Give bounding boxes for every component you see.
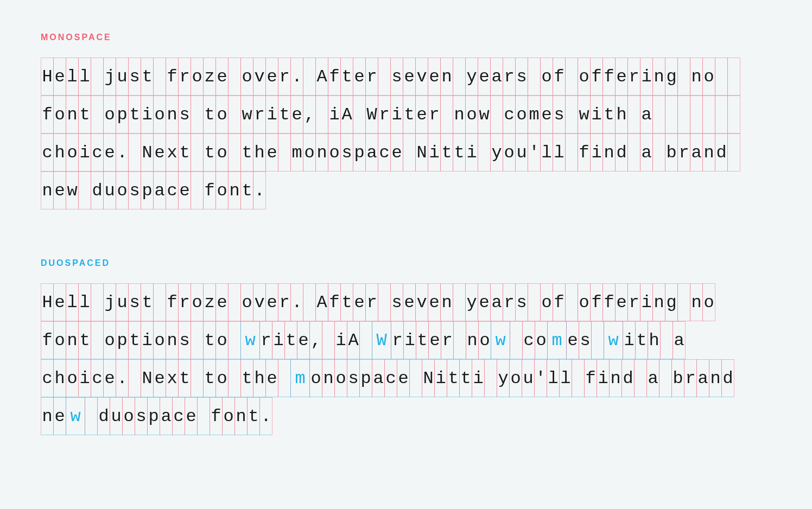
char-cell: u (515, 133, 528, 171)
char-cell: . (290, 283, 303, 321)
char-cell: t (284, 321, 297, 359)
char-cell: o (103, 96, 116, 133)
char-cell: v (415, 283, 428, 321)
char-cell: n (652, 58, 665, 96)
char-cell (702, 96, 715, 133)
char-cell: t (203, 359, 216, 397)
char-cell: s (390, 283, 403, 321)
char-cell: , (303, 96, 316, 133)
char-cell (303, 58, 316, 96)
char-cell: e (290, 96, 303, 133)
char-cell: e (153, 133, 166, 171)
char-cell: e (53, 58, 66, 96)
char-cell: p (116, 321, 129, 359)
char-cell: A (315, 283, 328, 321)
char-cell: i (465, 133, 478, 171)
char-cell (191, 171, 204, 209)
char-cell: i (265, 96, 278, 133)
char-cell (191, 321, 204, 359)
char-cell: e (403, 58, 416, 96)
char-cell: i (623, 321, 636, 359)
char-cell: f (328, 58, 341, 96)
char-cell: m (528, 96, 541, 133)
char-cell: A (315, 58, 328, 96)
char-cell: e (428, 321, 441, 359)
char-cell (659, 359, 672, 397)
duospace-wide-cell: m (547, 321, 567, 359)
char-cell: e (153, 359, 166, 397)
char-cell: j (103, 58, 116, 96)
char-cell: e (540, 96, 553, 133)
duospace-line: choice. Next to the monospace Nitti you'… (41, 359, 771, 397)
char-cell (78, 171, 91, 209)
char-cell (453, 58, 466, 96)
char-cell (453, 321, 466, 359)
char-cell: n (228, 171, 241, 209)
char-cell: e (215, 58, 229, 96)
char-cell: s (128, 58, 141, 96)
char-cell: s (515, 58, 528, 96)
char-cell: t (178, 359, 191, 397)
char-cell: t (240, 359, 253, 397)
duospaced-label: DUOSPACED (41, 258, 771, 268)
char-cell: n (702, 133, 715, 171)
char-cell: z (203, 283, 216, 321)
char-cell (378, 58, 391, 96)
char-cell: h (253, 359, 266, 397)
char-cell: o (66, 359, 79, 397)
char-cell: f (590, 283, 603, 321)
char-cell: e (53, 171, 66, 209)
char-cell: h (253, 133, 266, 171)
char-cell: w (578, 96, 591, 133)
char-cell: t (602, 96, 616, 133)
char-cell: r (503, 58, 516, 96)
char-cell: d (721, 359, 734, 397)
char-cell: e (428, 283, 441, 321)
char-cell: N (415, 133, 428, 171)
char-cell: r (503, 283, 516, 321)
char-cell: c (384, 359, 397, 397)
char-cell: d (715, 133, 728, 171)
char-cell: e (428, 58, 441, 96)
char-cell: a (153, 171, 166, 209)
char-cell: n (41, 397, 54, 435)
char-cell: t (78, 321, 91, 359)
char-cell (565, 58, 578, 96)
char-cell (191, 133, 204, 171)
char-cell: h (53, 133, 66, 171)
char-cell: p (147, 397, 160, 435)
char-cell: v (415, 58, 428, 96)
char-cell: f (166, 58, 179, 96)
char-cell: i (590, 133, 603, 171)
char-cell: n (602, 133, 616, 171)
char-cell: l (78, 283, 91, 321)
char-cell: r (253, 96, 266, 133)
char-cell: a (696, 359, 709, 397)
char-cell (85, 397, 98, 435)
char-cell: w (66, 171, 79, 209)
char-cell: ' (528, 133, 541, 171)
char-cell: t (459, 359, 472, 397)
char-cell: l (66, 283, 79, 321)
char-cell: n (234, 397, 248, 435)
char-cell: o (103, 321, 116, 359)
char-cell: e (397, 359, 410, 397)
char-cell: f (210, 397, 223, 435)
char-cell (478, 133, 491, 171)
char-cell: c (503, 96, 516, 133)
char-cell (91, 58, 104, 96)
char-cell (303, 283, 316, 321)
char-cell: t (128, 96, 141, 133)
char-cell: u (116, 58, 129, 96)
char-cell: h (615, 96, 628, 133)
char-cell: o (328, 133, 341, 171)
char-cell (228, 283, 241, 321)
char-cell: c (378, 133, 391, 171)
char-cell (528, 283, 541, 321)
char-cell: o (153, 321, 166, 359)
char-cell: e (478, 283, 491, 321)
char-cell: o (334, 359, 347, 397)
char-cell: o (240, 58, 253, 96)
char-cell: u (522, 359, 535, 397)
char-cell: p (116, 96, 129, 133)
